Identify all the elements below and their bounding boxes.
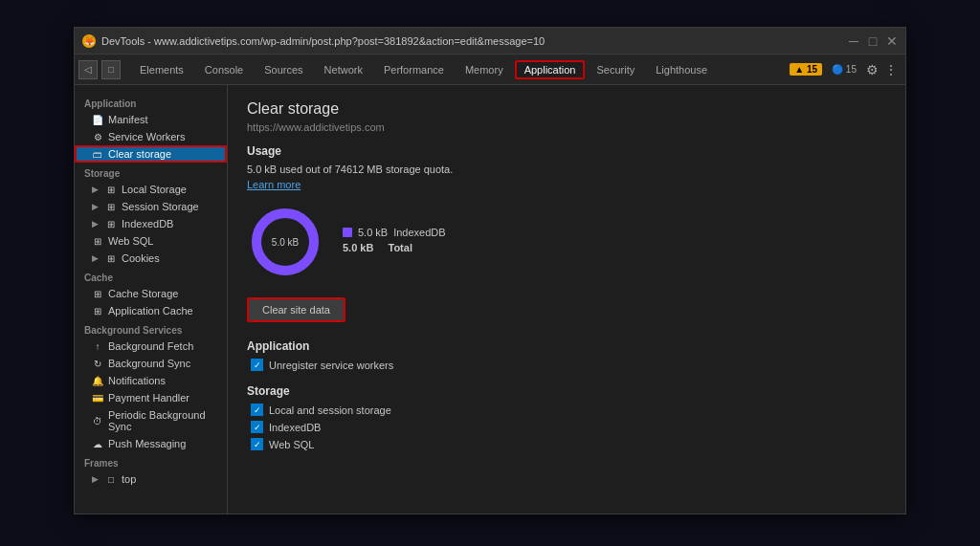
unregister-sw-label: Unregister service workers (269, 360, 393, 371)
legend-value-indexeddb: 5.0 kB (358, 227, 388, 238)
sidebar-item-service-workers-label: Service Workers (108, 131, 185, 142)
sidebar-item-payment-handler-label: Payment Handler (108, 392, 189, 404)
arrow-icon: ▶ (92, 185, 99, 194)
tab-memory[interactable]: Memory (456, 60, 513, 79)
donut-label: 5.0 kB (272, 237, 299, 248)
cache-storage-icon: ⊞ (92, 288, 103, 299)
sidebar-item-service-workers[interactable]: ⚙ Service Workers (75, 128, 227, 145)
legend-label-indexeddb: IndexedDB (393, 227, 445, 238)
devtools-window: 🦊 DevTools - www.addictivetips.com/wp-ad… (74, 27, 906, 514)
more-options-icon[interactable]: ⋮ (884, 62, 898, 77)
indexeddb-row: IndexedDB (251, 421, 886, 433)
sidebar-section-cache: Cache (75, 267, 227, 285)
title-bar-text: DevTools - www.addictivetips.com/wp-admi… (101, 35, 848, 47)
sidebar-section-frames: Frames (75, 452, 227, 470)
tab-security[interactable]: Security (587, 60, 644, 79)
tab-lighthouse[interactable]: Lighthouse (646, 60, 717, 79)
sidebar-item-cache-storage-label: Cache Storage (108, 288, 178, 299)
learn-more-link[interactable]: Learn more (247, 179, 886, 190)
tab-elements[interactable]: Elements (130, 60, 193, 79)
clear-site-data-button[interactable]: Clear site data (247, 297, 345, 322)
tab-network[interactable]: Network (315, 60, 372, 79)
arrow-icon: ▶ (92, 474, 99, 484)
sidebar-section-background-services: Background Services (75, 319, 227, 338)
sidebar-item-indexeddb[interactable]: ▶ ⊞ IndexedDB (75, 215, 227, 232)
sidebar-item-top-frame[interactable]: ▶ □ top (75, 470, 227, 488)
sidebar-section-application: Application (75, 93, 227, 111)
tab-sources[interactable]: Sources (255, 60, 312, 79)
sidebar-item-payment-handler[interactable]: 💳 Payment Handler (75, 389, 227, 406)
session-storage-icon: ⊞ (105, 201, 117, 212)
tab-back-button[interactable]: ◁ (78, 60, 98, 79)
sidebar-item-clear-storage[interactable]: 🗃 Clear storage (75, 145, 227, 163)
sidebar-item-local-storage[interactable]: ▶ ⊞ Local Storage (75, 181, 227, 198)
tab-bar: ◁ □ Elements Console Sources Network Per… (75, 55, 905, 85)
sidebar-item-indexeddb-label: IndexedDB (122, 218, 173, 229)
sidebar-item-cookies[interactable]: ▶ ⊞ Cookies (75, 250, 227, 267)
settings-icon[interactable]: ⚙ (866, 62, 879, 77)
sidebar-item-cache-storage[interactable]: ⊞ Cache Storage (75, 285, 227, 302)
sidebar-item-application-cache-label: Application Cache (108, 305, 193, 317)
indexeddb-label: IndexedDB (269, 422, 321, 433)
sidebar-item-clear-storage-label: Clear storage (108, 148, 171, 160)
sidebar-item-web-sql[interactable]: ⊞ Web SQL (75, 232, 227, 250)
tab-performance[interactable]: Performance (374, 60, 454, 79)
sidebar-item-background-sync-label: Background Sync (108, 358, 190, 369)
unregister-sw-row: Unregister service workers (251, 359, 886, 371)
tab-console[interactable]: Console (195, 60, 253, 79)
storage-checkboxes-title: Storage (247, 384, 886, 398)
sidebar-item-top-frame-label: top (122, 473, 136, 485)
background-sync-icon: ↻ (92, 358, 103, 369)
sidebar-item-web-sql-label: Web SQL (108, 235, 154, 247)
web-sql-label: Web SQL (269, 439, 315, 450)
sidebar-item-push-messaging[interactable]: ☁ Push Messaging (75, 435, 227, 452)
sidebar-item-session-storage[interactable]: ▶ ⊞ Session Storage (75, 198, 227, 215)
sidebar-item-session-storage-label: Session Storage (122, 201, 199, 212)
window-controls: ─ □ ✕ (848, 35, 898, 47)
sidebar-section-storage: Storage (75, 163, 227, 181)
legend-item-total: 5.0 kB Total (343, 242, 446, 253)
sidebar-item-application-cache[interactable]: ⊞ Application Cache (75, 302, 227, 319)
periodic-background-sync-icon: ⏱ (92, 415, 103, 426)
tab-actions: ▲ 15 🔵 15 ⚙ ⋮ (790, 62, 898, 77)
service-workers-icon: ⚙ (92, 131, 103, 142)
arrow-icon: ▶ (92, 202, 99, 211)
donut-chart: 5.0 kB (247, 204, 323, 280)
indexeddb-checkbox[interactable] (251, 421, 263, 433)
local-session-row: Local and session storage (251, 404, 886, 416)
web-sql-row: Web SQL (251, 438, 886, 450)
legend-total-value: 5.0 kB (343, 242, 373, 253)
web-sql-checkbox[interactable] (251, 438, 263, 450)
sidebar-item-local-storage-label: Local Storage (122, 184, 187, 195)
maximize-button[interactable]: □ (867, 35, 879, 47)
web-sql-icon: ⊞ (92, 235, 103, 247)
main-layout: Application 📄 Manifest ⚙ Service Workers… (75, 85, 905, 513)
tab-forward-button[interactable]: □ (101, 60, 121, 79)
payment-handler-icon: 💳 (92, 392, 103, 404)
sidebar-item-manifest[interactable]: 📄 Manifest (75, 111, 227, 128)
minimize-button[interactable]: ─ (848, 35, 859, 47)
tab-controls: ◁ □ (78, 60, 121, 79)
usage-text: 5.0 kB used out of 74612 MB storage quot… (247, 164, 886, 175)
app-checkboxes-section: Application Unregister service workers (247, 339, 886, 371)
sidebar-item-notifications-label: Notifications (108, 375, 166, 386)
unregister-sw-checkbox[interactable] (251, 359, 263, 371)
tab-application[interactable]: Application (515, 60, 586, 79)
sidebar-item-notifications[interactable]: 🔔 Notifications (75, 372, 227, 389)
sidebar-item-periodic-background-sync[interactable]: ⏱ Periodic Background Sync (75, 406, 227, 435)
page-url: https://www.addictivetips.com (247, 121, 886, 133)
legend-dot-indexeddb (343, 228, 352, 237)
close-button[interactable]: ✕ (886, 35, 898, 47)
sidebar-item-background-fetch-label: Background Fetch (108, 340, 193, 352)
sidebar-item-cookies-label: Cookies (122, 252, 160, 264)
clear-storage-icon: 🗃 (92, 148, 103, 160)
sidebar-item-background-sync[interactable]: ↻ Background Sync (75, 355, 227, 372)
application-cache-icon: ⊞ (92, 305, 103, 317)
info-badge: 🔵 15 (828, 63, 860, 76)
content-panel: Clear storage https://www.addictivetips.… (228, 85, 905, 513)
background-fetch-icon: ↑ (92, 340, 103, 352)
storage-visualization: 5.0 kB 5.0 kB IndexedDB 5.0 kB Total (247, 204, 886, 280)
notifications-icon: 🔔 (92, 375, 103, 386)
local-session-checkbox[interactable] (251, 404, 263, 416)
sidebar-item-background-fetch[interactable]: ↑ Background Fetch (75, 338, 227, 355)
